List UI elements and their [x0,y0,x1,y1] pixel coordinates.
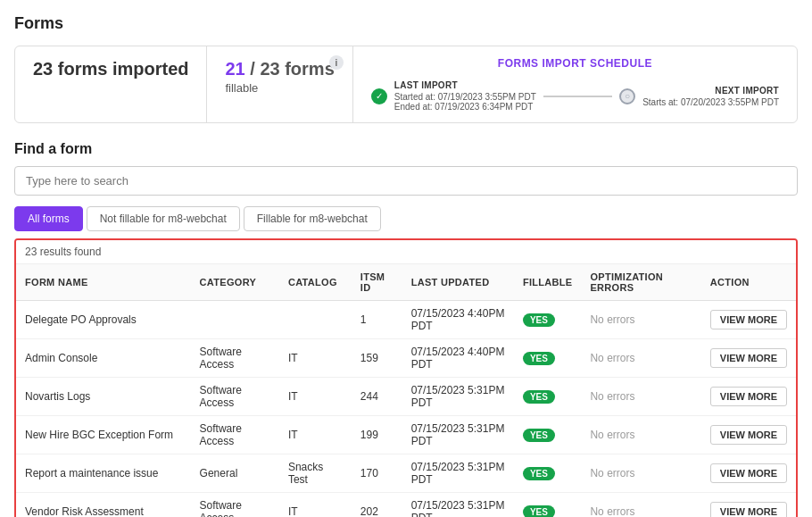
yes-badge: YES [523,313,555,327]
fillable-label: fillable [225,81,334,95]
table-row: Report a maintenance issueGeneralSnacks … [16,454,796,493]
tabs-row: All forms Not fillable for m8-webchat Fi… [14,206,798,231]
cell-errors: No errors [581,339,700,378]
view-more-button[interactable]: VIEW MORE [710,463,787,483]
find-form-title: Find a form [14,141,798,157]
cell-category: Software Access [191,378,279,416]
col-catalog: CATALOG [279,264,352,301]
no-errors-text: No errors [590,390,634,403]
col-category: CATEGORY [191,264,279,301]
tab-not-fillable[interactable]: Not fillable for m8-webchat [87,206,240,231]
cell-catalog [279,301,352,339]
cell-last-updated: 07/15/2023 4:40PM PDT [402,339,514,378]
cell-catalog: IT [279,378,352,416]
cell-fillable: YES [514,454,582,493]
table-row: Delegate PO Approvals107/15/2023 4:40PM … [16,301,796,339]
import-schedule-card: FORMS IMPORT SCHEDULE ✓ LAST IMPORT Star… [353,46,797,122]
no-errors-text: No errors [590,352,634,364]
cell-catalog: Snacks Test [279,454,352,493]
cell-form-name: New Hire BGC Exception Form [16,416,191,454]
col-action: ACTION [701,264,796,301]
cell-errors: No errors [581,416,700,454]
view-more-button[interactable]: VIEW MORE [710,502,787,517]
cell-last-updated: 07/15/2023 4:40PM PDT [402,301,514,339]
no-errors-text: No errors [590,467,634,479]
schedule-title: FORMS IMPORT SCHEDULE [371,57,779,70]
cell-catalog: IT [279,493,352,518]
results-count: 23 results found [16,240,796,264]
yes-badge: YES [523,467,555,480]
no-errors-text: No errors [590,429,634,441]
yes-badge: YES [523,505,555,518]
cell-itsm-id: 159 [352,339,402,378]
forms-imported-card: 23 forms imported [15,46,207,122]
search-input[interactable] [14,166,798,196]
view-more-button[interactable]: VIEW MORE [710,425,787,445]
cell-last-updated: 07/15/2023 5:31PM PDT [402,416,514,454]
cell-form-name: Report a maintenance issue [16,454,191,493]
yes-badge: YES [523,352,555,365]
cell-form-name: Admin Console [16,339,191,378]
page-wrapper: Forms 23 forms imported 21 / 23 forms fi… [0,0,812,517]
table-row: Admin ConsoleSoftware AccessIT15907/15/2… [16,339,796,378]
cell-last-updated: 07/15/2023 5:31PM PDT [402,493,514,518]
cell-catalog: IT [279,339,352,378]
table-container: 23 results found FORM NAME CATEGORY CATA… [14,238,798,517]
stats-row: 23 forms imported 21 / 23 forms fillable… [14,46,798,123]
cell-itsm-id: 202 [352,493,402,518]
cell-itsm-id: 199 [352,416,402,454]
cell-errors: No errors [581,378,700,416]
cell-fillable: YES [514,378,582,416]
col-form-name: FORM NAME [16,264,191,301]
cell-action: VIEW MORE [701,454,796,493]
cell-catalog: IT [279,416,352,454]
forms-table: FORM NAME CATEGORY CATALOG ITSM ID LAST … [16,264,796,517]
cell-action: VIEW MORE [701,493,796,518]
cell-category: Software Access [191,339,279,378]
cell-errors: No errors [581,493,700,518]
col-optimization-errors: OPTIMIZATION ERRORS [581,264,700,301]
cell-action: VIEW MORE [701,339,796,378]
fillable-card: 21 / 23 forms fillable i [207,46,352,122]
table-header-row: FORM NAME CATEGORY CATALOG ITSM ID LAST … [16,264,796,301]
cell-category: Software Access [191,493,279,518]
forms-imported-count: 23 forms imported [33,59,188,79]
cell-form-name: Delegate PO Approvals [16,301,191,339]
yes-badge: YES [523,390,555,404]
table-row: Vendor Risk AssessmentSoftware AccessIT2… [16,493,796,518]
cell-fillable: YES [514,339,582,378]
next-import-section: ○ NEXT IMPORT Starts at: 07/20/2023 3:55… [619,86,779,107]
next-import-dot: ○ [619,88,635,104]
fillable-info-icon[interactable]: i [329,55,344,70]
last-import-label: LAST IMPORT Started at: 07/19/2023 3:55P… [394,80,536,112]
view-more-button[interactable]: VIEW MORE [710,310,787,329]
view-more-button[interactable]: VIEW MORE [710,348,787,368]
cell-category [191,301,279,339]
view-more-button[interactable]: VIEW MORE [710,387,787,406]
cell-action: VIEW MORE [701,378,796,416]
col-itsm-id: ITSM ID [352,264,402,301]
schedule-timeline: ✓ LAST IMPORT Started at: 07/19/2023 3:5… [371,80,779,112]
col-fillable: FILLABLE [514,264,582,301]
tab-fillable[interactable]: Fillable for m8-webchat [244,206,381,231]
cell-last-updated: 07/15/2023 5:31PM PDT [402,378,514,416]
col-last-updated: LAST UPDATED [402,264,514,301]
cell-action: VIEW MORE [701,416,796,454]
cell-itsm-id: 1 [352,301,402,339]
page-title: Forms [14,14,798,33]
tab-all-forms[interactable]: All forms [14,206,83,231]
timeline-connector [543,96,612,97]
table-row: Novartis LogsSoftware AccessIT24407/15/2… [16,378,796,416]
cell-errors: No errors [581,454,700,493]
cell-errors: No errors [581,301,700,339]
no-errors-text: No errors [590,505,634,517]
cell-category: General [191,454,279,493]
cell-form-name: Vendor Risk Assessment [16,493,191,518]
no-errors-text: No errors [590,313,634,326]
cell-fillable: YES [514,493,582,518]
cell-form-name: Novartis Logs [16,378,191,416]
next-import-label: NEXT IMPORT Starts at: 07/20/2023 3:55PM… [642,86,779,107]
fillable-count: 21 / 23 forms [225,59,334,79]
last-import-dot: ✓ [371,88,387,104]
table-row: New Hire BGC Exception FormSoftware Acce… [16,416,796,454]
